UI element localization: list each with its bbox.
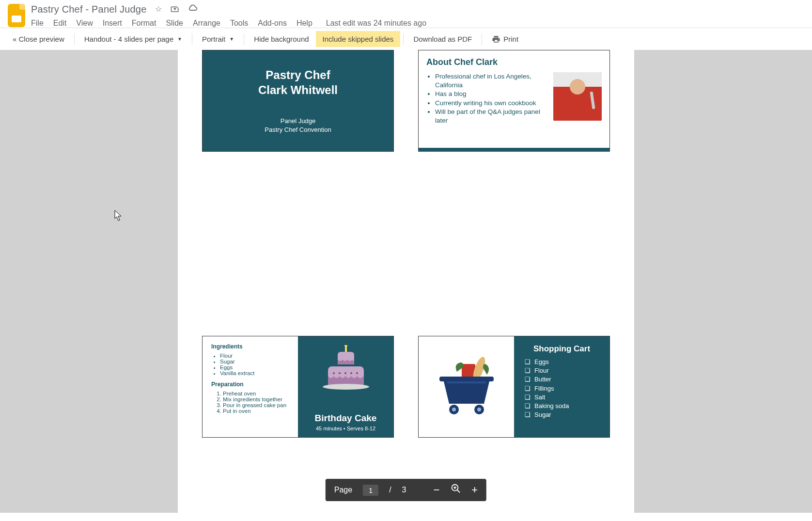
list-item: Eggs bbox=[525, 358, 601, 366]
download-pdf-button[interactable]: Download as PDF bbox=[406, 31, 479, 47]
chef-photo bbox=[553, 72, 602, 121]
list-item: Professional chef in Los Angeles, Califo… bbox=[435, 72, 547, 90]
slide-2: About Chef Clark Professional chef in Lo… bbox=[418, 50, 610, 152]
menu-addons[interactable]: Add-ons bbox=[258, 19, 287, 28]
svg-rect-13 bbox=[439, 377, 494, 381]
list-item: Has a blog bbox=[435, 90, 547, 98]
preparation-list: Preheat oven Mix ingredients together Po… bbox=[211, 391, 289, 414]
slide1-title-line2: Clark Whitwell bbox=[258, 82, 338, 97]
svg-point-5 bbox=[339, 372, 341, 374]
zoom-reset-button[interactable] bbox=[450, 483, 461, 497]
svg-point-9 bbox=[323, 384, 369, 390]
slide3-subtitle: 45 minutes • Serves 8-12 bbox=[316, 426, 375, 431]
slide2-title: About Chef Clark bbox=[426, 57, 602, 67]
list-item: Sugar bbox=[220, 359, 289, 364]
hide-background-button[interactable]: Hide background bbox=[247, 31, 315, 47]
list-item: Baking soda bbox=[525, 402, 601, 410]
list-item: Butter bbox=[525, 375, 601, 384]
cloud-status-icon[interactable] bbox=[188, 4, 198, 15]
ingredients-list: Flour Sugar Eggs Vanilla extract bbox=[211, 353, 289, 376]
menu-tools[interactable]: Tools bbox=[230, 19, 248, 28]
list-item: Put in oven bbox=[223, 408, 289, 414]
preview-toolbar: « Close preview Handout - 4 slides per p… bbox=[0, 28, 812, 50]
slide4-title: Shopping Cart bbox=[523, 344, 601, 354]
layout-dropdown[interactable]: Handout - 4 slides per page ▼ bbox=[78, 31, 189, 47]
list-item: Flour bbox=[525, 366, 601, 375]
svg-point-17 bbox=[477, 408, 481, 411]
close-preview-button[interactable]: « Close preview bbox=[6, 31, 71, 47]
menu-arrange[interactable]: Arrange bbox=[193, 19, 220, 28]
separator bbox=[482, 33, 482, 45]
svg-point-7 bbox=[350, 372, 352, 374]
chevron-down-icon: ▼ bbox=[177, 36, 182, 42]
slide1-sub-line2: Pastry Chef Convention bbox=[265, 126, 331, 134]
layout-label: Handout - 4 slides per page bbox=[84, 35, 173, 43]
list-item: Sugar bbox=[525, 410, 601, 419]
document-title[interactable]: Pastry Chef - Panel Judge bbox=[31, 4, 146, 15]
slide-4: Shopping Cart Eggs Flour Butter Fillings… bbox=[418, 336, 610, 438]
page-number-input[interactable] bbox=[363, 485, 378, 496]
chevron-down-icon: ▼ bbox=[229, 36, 234, 42]
cake-icon bbox=[319, 345, 373, 394]
svg-point-1 bbox=[344, 345, 347, 347]
list-item: Preheat oven bbox=[223, 391, 289, 396]
slide3-title: Birthday Cake bbox=[315, 413, 377, 424]
slide-3: Ingredients Flour Sugar Eggs Vanilla ext… bbox=[202, 336, 394, 438]
separator bbox=[244, 33, 244, 45]
menu-help[interactable]: Help bbox=[297, 19, 312, 28]
list-item: Will be part of the Q&A judges panel lat… bbox=[435, 108, 547, 125]
last-edit-info[interactable]: Last edit was 24 minutes ago bbox=[326, 19, 426, 28]
list-item: Salt bbox=[525, 393, 601, 402]
page-total: 3 bbox=[402, 486, 406, 494]
orientation-label: Portrait bbox=[202, 35, 225, 43]
slides-logo[interactable] bbox=[8, 4, 25, 27]
page-separator: / bbox=[389, 486, 391, 494]
orientation-dropdown[interactable]: Portrait ▼ bbox=[195, 31, 241, 47]
star-icon[interactable]: ☆ bbox=[155, 4, 162, 15]
zoom-out-button[interactable]: − bbox=[434, 484, 440, 496]
menu-slide[interactable]: Slide bbox=[166, 19, 183, 28]
print-label: Print bbox=[503, 35, 518, 43]
print-icon bbox=[492, 35, 500, 44]
shopping-cart-icon bbox=[433, 355, 500, 418]
menu-edit[interactable]: Edit bbox=[53, 19, 67, 28]
handout-page: Pastry Chef Clark Whitwell Panel Judge P… bbox=[178, 50, 634, 513]
list-item: Vanilla extract bbox=[220, 370, 289, 376]
shopping-list: Eggs Flour Butter Fillings Salt Baking s… bbox=[523, 358, 601, 419]
list-item: Mix ingredients together bbox=[223, 396, 289, 402]
menu-format[interactable]: Format bbox=[132, 19, 156, 28]
move-icon[interactable] bbox=[171, 4, 179, 15]
list-item: Fillings bbox=[525, 384, 601, 393]
cursor-icon bbox=[114, 210, 123, 221]
ingredients-heading: Ingredients bbox=[211, 343, 289, 350]
preparation-heading: Preparation bbox=[211, 381, 289, 388]
include-skipped-button[interactable]: Include skipped slides bbox=[316, 31, 401, 47]
menu-insert[interactable]: Insert bbox=[103, 19, 122, 28]
slide1-title-line1: Pastry Chef bbox=[258, 67, 338, 82]
slide-1: Pastry Chef Clark Whitwell Panel Judge P… bbox=[202, 50, 394, 152]
list-item: Eggs bbox=[220, 364, 289, 370]
print-button[interactable]: Print bbox=[485, 31, 525, 47]
svg-point-6 bbox=[344, 372, 346, 374]
svg-point-8 bbox=[356, 372, 358, 374]
svg-line-19 bbox=[457, 490, 460, 493]
list-item: Currently writing his own cookbook bbox=[435, 99, 547, 108]
svg-point-15 bbox=[452, 408, 456, 411]
separator bbox=[192, 33, 192, 45]
preview-canvas[interactable]: Pastry Chef Clark Whitwell Panel Judge P… bbox=[0, 50, 812, 513]
list-item: Flour bbox=[220, 353, 289, 359]
pdf-viewer-toolbar: Page / 3 − + bbox=[326, 479, 486, 501]
svg-point-4 bbox=[333, 372, 335, 374]
menu-view[interactable]: View bbox=[76, 19, 93, 28]
list-item: Pour in greased cake pan bbox=[223, 402, 289, 408]
menu-file[interactable]: File bbox=[31, 19, 44, 28]
slide2-bullets: Professional chef in Los Angeles, Califo… bbox=[426, 72, 547, 125]
separator bbox=[403, 33, 404, 45]
page-label: Page bbox=[334, 486, 352, 494]
separator bbox=[74, 33, 75, 45]
slide1-sub-line1: Panel Judge bbox=[265, 117, 331, 126]
zoom-in-button[interactable]: + bbox=[471, 484, 478, 496]
